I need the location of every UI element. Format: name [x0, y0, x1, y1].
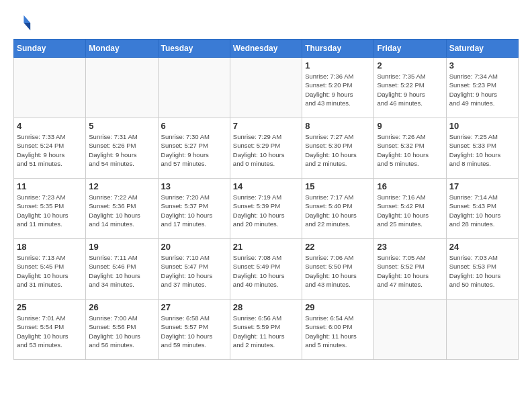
day-info: Sunrise: 7:27 AM Sunset: 5:30 PM Dayligh… [305, 132, 371, 168]
day-info: Sunrise: 7:35 AM Sunset: 5:22 PM Dayligh… [377, 72, 443, 107]
calendar-cell: 20Sunrise: 7:10 AM Sunset: 5:47 PM Dayli… [158, 239, 230, 300]
calendar-cell: 1Sunrise: 7:36 AM Sunset: 5:20 PM Daylig… [302, 58, 374, 118]
day-number: 18 [17, 242, 83, 252]
day-number: 27 [161, 302, 227, 312]
day-number: 28 [233, 302, 299, 312]
day-number: 2 [377, 60, 443, 71]
day-number: 16 [377, 181, 443, 191]
day-info: Sunrise: 6:58 AM Sunset: 5:57 PM Dayligh… [161, 314, 227, 349]
day-info: Sunrise: 7:22 AM Sunset: 5:36 PM Dayligh… [89, 193, 154, 228]
day-number: 25 [17, 302, 83, 312]
calendar-cell: 8Sunrise: 7:27 AM Sunset: 5:30 PM Daylig… [302, 118, 374, 179]
calendar-cell: 18Sunrise: 7:13 AM Sunset: 5:45 PM Dayli… [14, 239, 86, 300]
day-info: Sunrise: 7:10 AM Sunset: 5:47 PM Dayligh… [161, 253, 227, 289]
day-info: Sunrise: 7:25 AM Sunset: 5:33 PM Dayligh… [449, 132, 515, 168]
day-info: Sunrise: 7:26 AM Sunset: 5:32 PM Dayligh… [377, 132, 443, 168]
day-number: 9 [377, 121, 443, 131]
calendar-cell: 4Sunrise: 7:33 AM Sunset: 5:24 PM Daylig… [14, 118, 86, 179]
day-info: Sunrise: 7:14 AM Sunset: 5:43 PM Dayligh… [449, 193, 515, 228]
calendar-cell [230, 58, 302, 118]
calendar-cell: 27Sunrise: 6:58 AM Sunset: 5:57 PM Dayli… [158, 300, 230, 360]
calendar-cell: 9Sunrise: 7:26 AM Sunset: 5:32 PM Daylig… [374, 118, 446, 179]
day-number: 12 [89, 181, 154, 191]
day-info: Sunrise: 7:29 AM Sunset: 5:29 PM Dayligh… [233, 132, 299, 168]
calendar-cell [14, 58, 86, 118]
day-number: 15 [305, 181, 371, 191]
weekday-header-friday: Friday [374, 40, 446, 58]
day-number: 8 [305, 121, 371, 131]
calendar-table: SundayMondayTuesdayWednesdayThursdayFrid… [13, 39, 519, 360]
day-number: 22 [305, 242, 371, 252]
calendar-cell: 7Sunrise: 7:29 AM Sunset: 5:29 PM Daylig… [230, 118, 302, 179]
calendar-cell: 11Sunrise: 7:23 AM Sunset: 5:35 PM Dayli… [14, 179, 86, 239]
day-info: Sunrise: 7:05 AM Sunset: 5:52 PM Dayligh… [377, 253, 443, 289]
calendar-cell [86, 58, 158, 118]
day-number: 5 [89, 121, 154, 131]
day-number: 17 [449, 181, 515, 191]
day-number: 19 [89, 242, 154, 252]
day-info: Sunrise: 6:56 AM Sunset: 5:59 PM Dayligh… [233, 314, 299, 349]
calendar-cell [446, 300, 518, 360]
calendar-cell: 12Sunrise: 7:22 AM Sunset: 5:36 PM Dayli… [86, 179, 158, 239]
weekday-header-sunday: Sunday [14, 40, 86, 58]
weekday-header-row: SundayMondayTuesdayWednesdayThursdayFrid… [14, 40, 519, 58]
weekday-header-thursday: Thursday [302, 40, 374, 58]
calendar-cell: 6Sunrise: 7:30 AM Sunset: 5:27 PM Daylig… [158, 118, 230, 179]
day-number: 3 [449, 60, 515, 71]
day-info: Sunrise: 7:00 AM Sunset: 5:56 PM Dayligh… [89, 314, 154, 349]
calendar-cell: 16Sunrise: 7:16 AM Sunset: 5:42 PM Dayli… [374, 179, 446, 239]
calendar-cell: 29Sunrise: 6:54 AM Sunset: 6:00 PM Dayli… [302, 300, 374, 360]
day-number: 11 [17, 181, 83, 191]
calendar-cell: 25Sunrise: 7:01 AM Sunset: 5:54 PM Dayli… [14, 300, 86, 360]
day-number: 20 [161, 242, 227, 252]
day-number: 21 [233, 242, 299, 252]
calendar-cell: 13Sunrise: 7:20 AM Sunset: 5:37 PM Dayli… [158, 179, 230, 239]
day-info: Sunrise: 7:33 AM Sunset: 5:24 PM Dayligh… [17, 132, 83, 168]
header [13, 13, 519, 32]
weekday-header-saturday: Saturday [446, 40, 518, 58]
day-info: Sunrise: 7:01 AM Sunset: 5:54 PM Dayligh… [17, 314, 83, 349]
calendar-cell [158, 58, 230, 118]
logo [13, 13, 35, 32]
calendar-week-row: 1Sunrise: 7:36 AM Sunset: 5:20 PM Daylig… [14, 58, 519, 118]
day-info: Sunrise: 7:23 AM Sunset: 5:35 PM Dayligh… [17, 193, 83, 228]
calendar-cell: 23Sunrise: 7:05 AM Sunset: 5:52 PM Dayli… [374, 239, 446, 300]
calendar-cell: 24Sunrise: 7:03 AM Sunset: 5:53 PM Dayli… [446, 239, 518, 300]
calendar-cell: 15Sunrise: 7:17 AM Sunset: 5:40 PM Dayli… [302, 179, 374, 239]
day-number: 23 [377, 242, 443, 252]
day-info: Sunrise: 7:31 AM Sunset: 5:26 PM Dayligh… [89, 132, 154, 168]
day-info: Sunrise: 7:06 AM Sunset: 5:50 PM Dayligh… [305, 253, 371, 289]
day-number: 13 [161, 181, 227, 191]
day-number: 10 [449, 121, 515, 131]
day-number: 7 [233, 121, 299, 131]
weekday-header-tuesday: Tuesday [158, 40, 230, 58]
calendar-week-row: 18Sunrise: 7:13 AM Sunset: 5:45 PM Dayli… [14, 239, 519, 300]
day-info: Sunrise: 7:20 AM Sunset: 5:37 PM Dayligh… [161, 193, 227, 228]
calendar-cell: 21Sunrise: 7:08 AM Sunset: 5:49 PM Dayli… [230, 239, 302, 300]
weekday-header-monday: Monday [86, 40, 158, 58]
day-number: 29 [305, 302, 371, 312]
logo-icon [13, 13, 32, 32]
calendar-cell [374, 300, 446, 360]
day-number: 4 [17, 121, 83, 131]
day-info: Sunrise: 7:19 AM Sunset: 5:39 PM Dayligh… [233, 193, 299, 228]
calendar-cell: 3Sunrise: 7:34 AM Sunset: 5:23 PM Daylig… [446, 58, 518, 118]
calendar-cell: 5Sunrise: 7:31 AM Sunset: 5:26 PM Daylig… [86, 118, 158, 179]
day-info: Sunrise: 6:54 AM Sunset: 6:00 PM Dayligh… [305, 314, 371, 349]
calendar-week-row: 11Sunrise: 7:23 AM Sunset: 5:35 PM Dayli… [14, 179, 519, 239]
day-number: 1 [305, 60, 371, 71]
day-info: Sunrise: 7:08 AM Sunset: 5:49 PM Dayligh… [233, 253, 299, 289]
day-info: Sunrise: 7:36 AM Sunset: 5:20 PM Dayligh… [305, 72, 371, 107]
day-info: Sunrise: 7:30 AM Sunset: 5:27 PM Dayligh… [161, 132, 227, 168]
svg-marker-0 [24, 15, 30, 23]
day-number: 6 [161, 121, 227, 131]
day-info: Sunrise: 7:17 AM Sunset: 5:40 PM Dayligh… [305, 193, 371, 228]
svg-marker-1 [24, 23, 30, 30]
day-number: 24 [449, 242, 515, 252]
day-info: Sunrise: 7:16 AM Sunset: 5:42 PM Dayligh… [377, 193, 443, 228]
day-info: Sunrise: 7:03 AM Sunset: 5:53 PM Dayligh… [449, 253, 515, 289]
calendar-week-row: 4Sunrise: 7:33 AM Sunset: 5:24 PM Daylig… [14, 118, 519, 179]
calendar-cell: 10Sunrise: 7:25 AM Sunset: 5:33 PM Dayli… [446, 118, 518, 179]
day-number: 14 [233, 181, 299, 191]
calendar-cell: 17Sunrise: 7:14 AM Sunset: 5:43 PM Dayli… [446, 179, 518, 239]
